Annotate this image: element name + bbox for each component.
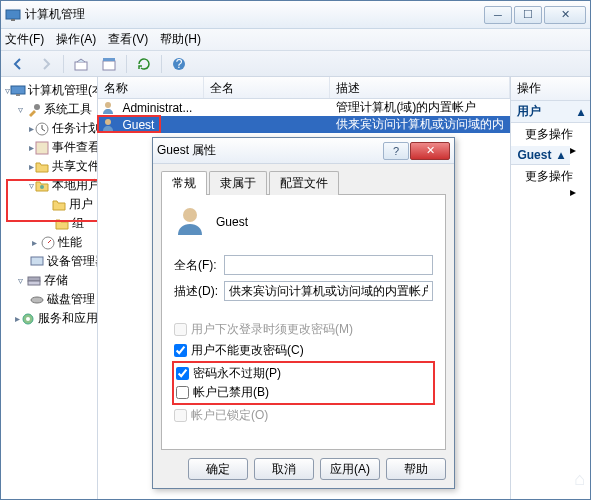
actions-section-users[interactable]: 用户▴: [511, 101, 590, 123]
checkbox-cannot-change[interactable]: 用户不能更改密码(C): [174, 342, 433, 359]
tree-performance[interactable]: ▸性能: [3, 233, 95, 252]
back-button[interactable]: [7, 54, 29, 74]
checkbox-input[interactable]: [176, 386, 189, 399]
folder-icon: [51, 197, 67, 213]
tree-label: 共享文件夹: [52, 158, 98, 175]
cancel-button[interactable]: 取消: [254, 458, 314, 480]
svg-point-19: [26, 317, 30, 321]
tree-system-tools[interactable]: ▿ 系统工具: [3, 100, 95, 119]
dialog-titlebar: Guest 属性 ? ✕: [153, 138, 454, 164]
services-icon: [20, 311, 36, 327]
col-fullname[interactable]: 全名: [204, 77, 330, 98]
fullname-label: 全名(F):: [174, 257, 224, 274]
tree-label: 本地用户和组: [52, 177, 98, 194]
tree-panel: ▿ 计算机管理(本地) ▿ 系统工具 ▸任务计划程序 ▸事件查看器 ▸共享文件夹…: [1, 77, 98, 499]
list-row-selected[interactable]: Guest 供来宾访问计算机或访问域的内: [98, 116, 510, 133]
tree-label: 服务和应用程序: [38, 310, 98, 327]
actions-panel: 操作 用户▴ 更多操作▸ Guest▴ 更多操作▸: [511, 77, 590, 499]
actions-title: 操作: [511, 77, 590, 101]
dialog-close-button[interactable]: ✕: [410, 142, 450, 160]
maximize-button[interactable]: ☐: [514, 6, 542, 24]
toolbar-separator: [126, 55, 127, 73]
titlebar: 计算机管理 ─ ☐ ✕: [1, 1, 590, 29]
apply-button[interactable]: 应用(A): [320, 458, 380, 480]
toolbar: ?: [1, 51, 590, 77]
checkbox-locked: 帐户已锁定(O): [174, 407, 433, 424]
tree-device-manager[interactable]: 设备管理器: [3, 252, 95, 271]
col-desc[interactable]: 描述: [330, 77, 510, 98]
tree-users[interactable]: 用户: [3, 195, 95, 214]
tab-memberof[interactable]: 隶属于: [209, 171, 267, 195]
menu-help[interactable]: 帮助(H): [160, 31, 201, 48]
tree-label: 系统工具: [44, 101, 92, 118]
actions-section-guest[interactable]: Guest▴: [511, 146, 570, 165]
menu-view[interactable]: 查看(V): [108, 31, 148, 48]
svg-rect-8: [16, 94, 20, 96]
svg-point-22: [183, 208, 197, 222]
list-row[interactable]: Administrat... 管理计算机(域)的内置帐户: [98, 99, 510, 116]
tree-local-users-groups[interactable]: ▿本地用户和组: [3, 176, 95, 195]
tree-groups[interactable]: 组: [3, 214, 95, 233]
checkbox-input: [174, 323, 187, 336]
checkbox-disabled[interactable]: 帐户已禁用(B): [176, 384, 431, 401]
dialog-help-icon[interactable]: ?: [383, 142, 409, 160]
checkbox-input[interactable]: [174, 344, 187, 357]
svg-rect-14: [31, 257, 43, 265]
tools-icon: [26, 102, 42, 118]
users-icon: [34, 178, 50, 194]
tree-task-scheduler[interactable]: ▸任务计划程序: [3, 119, 95, 138]
up-button[interactable]: [70, 54, 92, 74]
app-icon: [5, 7, 21, 23]
tree-label: 磁盘管理: [47, 291, 95, 308]
close-button[interactable]: ✕: [544, 6, 586, 24]
svg-rect-11: [36, 142, 48, 154]
col-name[interactable]: 名称: [98, 77, 204, 98]
collapse-icon[interactable]: ▿: [15, 104, 26, 115]
device-icon: [29, 254, 45, 270]
menu-file[interactable]: 文件(F): [5, 31, 44, 48]
annotation-highlight: 密码永不过期(P) 帐户已禁用(B): [172, 361, 435, 405]
svg-rect-15: [28, 277, 40, 281]
user-large-icon: [174, 205, 206, 235]
svg-rect-3: [103, 61, 115, 70]
checkbox-must-change: 用户下次登录时须更改密码(M): [174, 321, 433, 338]
refresh-button[interactable]: [133, 54, 155, 74]
fullname-input[interactable]: [224, 255, 433, 275]
cell-name: Guest: [116, 118, 204, 132]
tab-profile[interactable]: 配置文件: [269, 171, 339, 195]
tab-general[interactable]: 常规: [161, 171, 207, 195]
tree-services-apps[interactable]: ▸服务和应用程序: [3, 309, 95, 328]
checkbox-input[interactable]: [176, 367, 189, 380]
checkbox-never-expire[interactable]: 密码永不过期(P): [176, 365, 431, 382]
svg-rect-16: [28, 281, 40, 285]
help-button[interactable]: ?: [168, 54, 190, 74]
disk-icon: [29, 292, 45, 308]
tree-label: 组: [72, 215, 84, 232]
description-input[interactable]: [224, 281, 433, 301]
tree-shared-folders[interactable]: ▸共享文件夹: [3, 157, 95, 176]
svg-point-17: [31, 297, 43, 303]
svg-rect-4: [103, 58, 115, 61]
tree-storage[interactable]: ▿存储: [3, 271, 95, 290]
minimize-button[interactable]: ─: [484, 6, 512, 24]
help-button[interactable]: 帮助: [386, 458, 446, 480]
svg-point-12: [40, 185, 44, 189]
actions-more-guest[interactable]: 更多操作▸: [511, 165, 590, 188]
menu-action[interactable]: 操作(A): [56, 31, 96, 48]
svg-point-21: [105, 119, 111, 125]
chevron-up-icon: ▴: [578, 105, 584, 119]
collapse-icon[interactable]: ▿: [15, 275, 26, 286]
expand-icon[interactable]: ▸: [29, 237, 40, 248]
properties-button[interactable]: [98, 54, 120, 74]
tree-root[interactable]: ▿ 计算机管理(本地): [3, 81, 95, 100]
tree-event-viewer[interactable]: ▸事件查看器: [3, 138, 95, 157]
cell-desc: 供来宾访问计算机或访问域的内: [330, 116, 510, 133]
actions-more-users[interactable]: 更多操作▸: [511, 123, 590, 146]
tree-disk-mgmt[interactable]: 磁盘管理: [3, 290, 95, 309]
ok-button[interactable]: 确定: [188, 458, 248, 480]
chevron-right-icon: ▸: [570, 143, 576, 157]
folder-icon: [54, 216, 70, 232]
cell-desc: 管理计算机(域)的内置帐户: [330, 99, 510, 116]
storage-icon: [26, 273, 42, 289]
forward-button[interactable]: [35, 54, 57, 74]
